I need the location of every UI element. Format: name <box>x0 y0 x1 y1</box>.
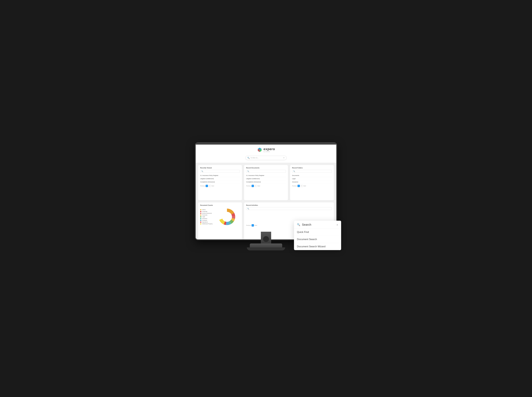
legend-dot-financials <box>200 214 201 216</box>
recently-viewed-pagination: Previous 1 2 Next <box>200 185 240 187</box>
recently-viewed-title: Recently Viewed <box>200 167 240 169</box>
legend-dot-hr <box>200 213 201 214</box>
header: expero by safelink <box>196 145 336 154</box>
legend-dot-operations <box>200 222 201 223</box>
recent-folders-item-2[interactable]: Insurance <box>292 180 332 184</box>
recent-documents-pagination: Previous 1 2 Next <box>246 185 286 187</box>
recent-folders-pagination: Previous 1 2 Next <box>292 185 332 187</box>
donut-chart <box>214 207 240 226</box>
dropdown-chevron-icon[interactable]: ∧ <box>336 223 338 226</box>
legend-dot-insurance <box>200 218 201 219</box>
recent-folders-search-icon: 🔍 <box>293 170 295 172</box>
legend-label-others: Others <box>202 209 206 210</box>
legend-label-corporate: Corporate <box>202 211 207 212</box>
logo-text: expero by safelink <box>263 147 275 152</box>
recently-viewed-item-1[interactable]: Litigation (Settlement) <box>200 177 240 180</box>
recent-activities-search-icon: 🔍 <box>247 208 249 210</box>
legend-corporate: Corporate <box>200 211 213 212</box>
legend-legal: Legal <box>200 216 213 217</box>
main-search-chevron: ▼ <box>283 157 285 159</box>
recent-documents-item-0[interactable]: 5.1 Insurance Policy Register <box>246 174 286 177</box>
recently-viewed-page-1[interactable]: 1 <box>206 185 208 187</box>
legend-operations: Operations <box>200 221 213 223</box>
monitor-base-bottom <box>247 248 285 250</box>
legend-contracts: Contracts <box>200 220 213 221</box>
legend-dot-ip <box>200 223 201 224</box>
recent-documents-page-1[interactable]: 1 <box>251 185 254 187</box>
logo-area: expero by safelink <box>257 147 275 153</box>
recent-folders-item-0[interactable]: Documents <box>292 174 332 177</box>
recent-activities-title: Recent Activities <box>246 205 332 206</box>
recently-viewed-next[interactable]: Next <box>212 185 214 187</box>
recently-viewed-page-2[interactable]: 2 <box>209 185 211 187</box>
legend-others: Others <box>200 209 213 210</box>
legend-label-contracts: Contracts <box>202 220 207 221</box>
recent-documents-page-2[interactable]: 2 <box>255 185 257 187</box>
recent-folders-page-1[interactable]: 1 <box>298 185 300 187</box>
legend-label-ip: Intellectual Property <box>202 223 213 224</box>
legend-dot-corporate <box>200 211 201 212</box>
svg-point-14 <box>223 212 232 221</box>
recent-documents-card: Recent Documents 🔍 5.1 Insurance Policy … <box>244 165 288 200</box>
recent-folders-title: Recent Folders <box>292 167 332 169</box>
monitor-top-bar <box>196 143 336 145</box>
recent-activities-page-1[interactable]: 1 <box>251 224 254 227</box>
legend-dot-contracts <box>200 220 201 221</box>
recent-activities-prev[interactable]: Previous <box>246 225 251 226</box>
recently-viewed-card: Recently Viewed 🔍 5.1 Insurance Policy R… <box>198 165 242 200</box>
recent-folders-card: Recent Folders 🔍 Documents Legal Insuran… <box>290 165 334 200</box>
recent-documents-title: Recent Documents <box>246 167 286 169</box>
recent-folders-page-2[interactable]: 2 <box>300 185 303 187</box>
main-search-icon: 🔍 <box>247 157 250 159</box>
recent-folders-item-1[interactable]: Legal <box>292 177 332 180</box>
recently-viewed-item-2[interactable]: Complaints (Grievance) <box>200 180 240 184</box>
recently-viewed-item-0[interactable]: 5.1 Insurance Policy Register <box>200 174 240 177</box>
recent-folders-search[interactable]: 🔍 <box>292 170 332 173</box>
main-search-area: 🔍 I'd like to... ▼ <box>196 156 336 160</box>
legend-label-operations: Operations <box>202 221 208 223</box>
dropdown-item-document-search[interactable]: Document Search <box>294 236 341 243</box>
legend-ip: Intellectual Property <box>200 223 213 224</box>
recently-viewed-prev[interactable]: Previous <box>200 185 205 187</box>
legend-insurance: Insurance <box>200 218 213 219</box>
recent-documents-next[interactable]: Next <box>257 185 260 187</box>
recent-documents-item-2[interactable]: Complaints (Grievance) <box>246 180 286 184</box>
legend-label-hr: Human Resources <box>202 212 212 214</box>
logo-name: expero <box>263 147 275 151</box>
dropdown-search-icon: 🔍 <box>297 223 300 226</box>
recent-folders-next[interactable]: Next <box>303 185 306 187</box>
main-search-placeholder: I'd like to... <box>250 157 283 159</box>
legend-label-legal: Legal <box>202 216 205 217</box>
dropdown-item-quick-find[interactable]: Quick Find <box>294 229 341 236</box>
recent-folders-prev[interactable]: Previous <box>292 185 297 187</box>
recent-activities-search[interactable]: 🔍 <box>246 207 332 210</box>
recent-documents-search[interactable]: 🔍 <box>246 170 286 173</box>
document-counts-title: Document Counts <box>200 205 240 206</box>
document-counts-card: Document Counts Others Corporate <box>198 202 242 240</box>
legend-financials: Financials <box>200 214 213 216</box>
scene: expero by safelink 🔍 I'd like to... ▼ <box>195 143 337 254</box>
recent-documents-prev[interactable]: Previous <box>246 185 251 187</box>
main-search-bar[interactable]: 🔍 I'd like to... ▼ <box>245 156 287 160</box>
legend-hr: Human Resources <box>200 212 213 214</box>
legend-label-financials: Financials <box>202 214 207 216</box>
recently-viewed-search-icon: 🔍 <box>201 170 203 172</box>
legend-dot-legal <box>200 216 201 217</box>
dropdown-header: 🔍 Search ∧ <box>294 221 341 229</box>
recently-viewed-search[interactable]: 🔍 <box>200 170 240 173</box>
dropdown-panel: 🔍 Search ∧ Quick Find Document Search Do… <box>294 221 341 250</box>
recent-documents-search-icon: 🔍 <box>247 170 249 172</box>
legend-dot-others <box>200 209 201 210</box>
legend-label-insurance: Insurance <box>202 218 207 219</box>
dropdown-item-document-search-wizard[interactable]: Document Search Wizard <box>294 243 341 250</box>
recent-documents-item-1[interactable]: Litigation (Settlement) <box>246 177 286 180</box>
logo-byline: by safelink <box>263 151 275 152</box>
legend: Others Corporate Human Resources <box>200 209 213 224</box>
counts-layout: Others Corporate Human Resources <box>200 207 240 226</box>
logo-icon <box>257 147 262 153</box>
recent-activities-next[interactable]: Next <box>255 225 257 226</box>
monitor-neck <box>261 232 271 243</box>
dropdown-title: Search <box>302 223 336 226</box>
